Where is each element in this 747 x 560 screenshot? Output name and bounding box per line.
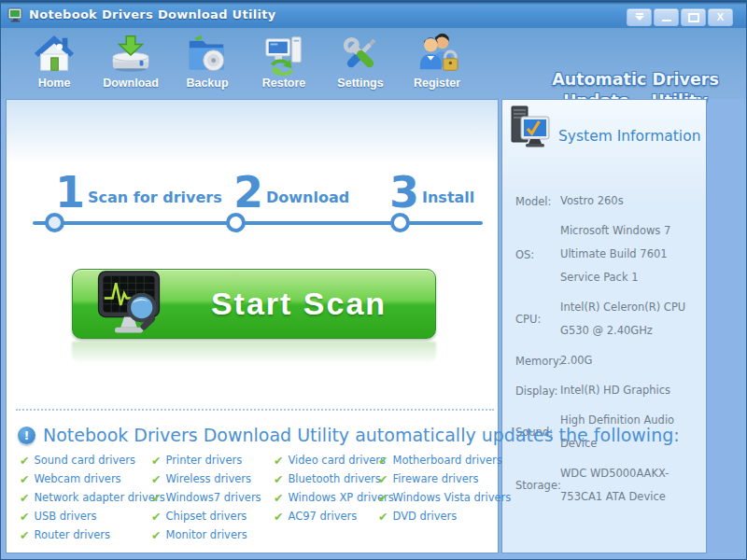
toolbar-label-home: Home: [38, 77, 71, 90]
progress-node-3: [390, 213, 410, 232]
check-icon: ✔: [378, 472, 388, 486]
dotted-divider: [16, 409, 494, 411]
toolbar-item-download[interactable]: Download: [92, 33, 169, 94]
step-3: 3 Install: [389, 171, 474, 214]
progress-line: [33, 221, 483, 225]
check-icon: ✔: [151, 491, 161, 505]
step-1-number: 1: [55, 171, 85, 214]
check-icon: ✔: [274, 491, 283, 505]
start-scan-label: Start Scan: [170, 270, 428, 340]
check-icon: ✔: [274, 510, 283, 524]
tagline-line1: Automatic Drivers: [540, 69, 731, 91]
toolbar-label-download: Download: [103, 77, 159, 90]
register-icon: [416, 33, 458, 76]
toolbar-items: Home Download: [16, 33, 475, 94]
toolbar-item-backup[interactable]: Backup: [169, 33, 246, 94]
download-icon: [109, 33, 152, 76]
check-icon: ✔: [20, 454, 29, 468]
step-2-label: Download: [266, 189, 349, 206]
step-1-label: Scan for drivers: [88, 189, 222, 206]
app-logo-icon: [7, 7, 23, 23]
check-icon: ✔: [378, 510, 388, 524]
check-icon: ✔: [151, 528, 161, 542]
system-info-icon: [510, 105, 551, 152]
check-icon: ✔: [378, 454, 388, 468]
minimize-button[interactable]: [654, 8, 679, 26]
driver-item: ✔Windows Vista drivers: [378, 488, 500, 507]
toolbar: Home Download: [1, 28, 746, 99]
close-button[interactable]: X: [708, 8, 733, 26]
system-info-row-model: Model: Vostro 260s: [515, 189, 700, 213]
toolbar-label-settings: Settings: [337, 77, 383, 90]
collapse-button[interactable]: [627, 8, 652, 26]
window-controls: X: [627, 8, 733, 26]
check-icon: ✔: [20, 472, 29, 486]
system-info-row-memory: Memory: 2.00G: [515, 349, 700, 372]
driver-item: ✔Windows7 drivers: [151, 488, 274, 507]
driver-item: ✔Fireware drivers: [378, 469, 500, 488]
driver-item: ✔DVD drivers: [378, 507, 500, 525]
driver-item: ✔Video card drivers: [274, 451, 378, 469]
start-scan-button[interactable]: Start Scan: [72, 269, 436, 339]
toolbar-label-register: Register: [414, 77, 460, 90]
driver-item: ✔Monitor drivers: [151, 525, 274, 544]
driver-item: ✔Wireless drivers: [151, 469, 274, 488]
check-icon: ✔: [274, 454, 283, 468]
titlebar: Notebook Drivers Download Utility X: [1, 1, 746, 28]
driver-item: ✔Sound card drivers: [20, 451, 151, 469]
system-info-row-storage: Storage: WDC WD5000AAKX-753CA1 ATA Devic…: [515, 462, 700, 509]
driver-item: ✔Router drivers: [20, 525, 151, 544]
minimize-icon: [662, 20, 671, 21]
system-info-row-os: OS: Microsoft Windows 7 Ultimate Build 7…: [515, 219, 700, 289]
toolbar-item-home[interactable]: Home: [16, 33, 92, 94]
close-icon: X: [717, 12, 724, 22]
home-icon: [33, 33, 76, 76]
driver-item: ✔Chipset drivers: [151, 507, 274, 525]
info-icon: !: [18, 427, 35, 444]
settings-icon: [339, 33, 382, 76]
driver-item: ✔Network adapter drivers: [20, 488, 151, 507]
toolbar-label-restore: Restore: [262, 77, 306, 90]
check-icon: ✔: [20, 510, 29, 524]
toolbar-label-backup: Backup: [186, 77, 228, 90]
driver-item: ✔Bluetooth drivers: [274, 469, 378, 488]
check-icon: ✔: [151, 472, 161, 486]
driver-item: ✔Webcam drivers: [20, 469, 151, 488]
collapse-icon: [635, 13, 644, 21]
progress-node-2: [226, 213, 246, 232]
check-icon: ✔: [20, 528, 29, 542]
check-icon: ✔: [151, 454, 161, 468]
check-icon: ✔: [274, 472, 283, 486]
maximize-button[interactable]: [681, 8, 706, 26]
toolbar-item-restore[interactable]: Restore: [246, 33, 322, 94]
driver-item: ✔Printer drivers: [151, 451, 274, 469]
maximize-icon: [688, 13, 699, 22]
toolbar-item-register[interactable]: Register: [399, 33, 475, 94]
driver-item: ✔Windows XP drivers: [274, 488, 378, 507]
system-info-panel: System Information Model: Vostro 260s OS…: [501, 99, 707, 553]
drivers-grid: ✔Sound card drivers ✔Printer drivers ✔Vi…: [20, 451, 500, 544]
system-info-title: System Information: [558, 128, 700, 145]
driver-item: ✔Motherboard drivers: [378, 451, 500, 469]
system-info-row-display: Display: Intel(R) HD Graphics: [515, 379, 700, 402]
system-info-row-cpu: CPU: Intel(R) Celeron(R) CPU G530 @ 2.40…: [515, 296, 700, 343]
main-panel: 1 Scan for drivers 2 Download 3 Install: [6, 99, 499, 553]
check-icon: ✔: [151, 510, 161, 524]
step-3-number: 3: [389, 171, 419, 214]
progress-node-1: [45, 213, 64, 232]
info-heading-text: Notebook Drivers Download Utility automa…: [43, 425, 680, 445]
window-title: Notebook Drivers Download Utility: [29, 7, 276, 21]
toolbar-item-settings[interactable]: Settings: [322, 33, 399, 94]
step-2-number: 2: [233, 171, 263, 214]
step-1: 1 Scan for drivers: [55, 171, 222, 214]
backup-icon: [186, 33, 229, 76]
app-window: Notebook Drivers Download Utility X Home: [0, 0, 747, 560]
scan-button-reflection: [72, 342, 436, 364]
check-icon: ✔: [20, 491, 29, 505]
driver-item: ✔USB drivers: [20, 507, 151, 525]
step-3-label: Install: [422, 189, 474, 206]
scan-monitor-icon: [92, 268, 166, 343]
info-heading: ! Notebook Drivers Download Utility auto…: [18, 425, 680, 445]
system-info-rows: Model: Vostro 260s OS: Microsoft Windows…: [515, 189, 700, 515]
check-icon: ✔: [378, 491, 388, 505]
